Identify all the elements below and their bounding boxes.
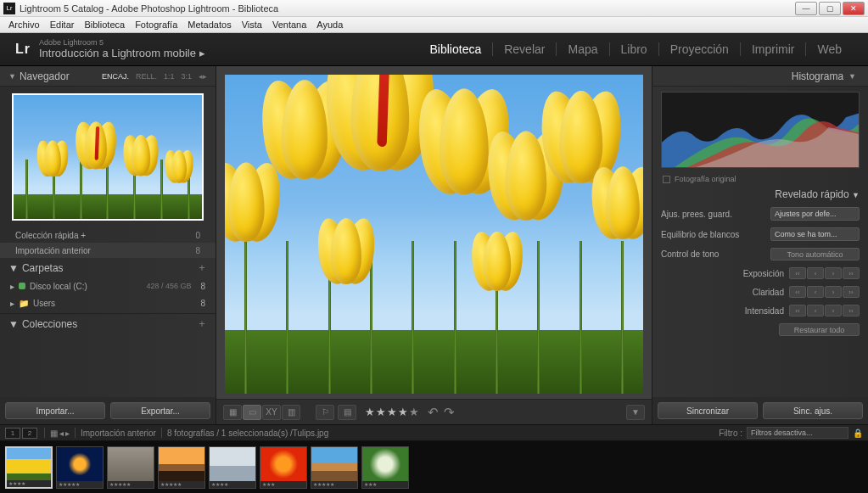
menu-metadatos[interactable]: Metadatos <box>182 20 236 30</box>
module-imprimir[interactable]: Imprimir <box>741 42 807 56</box>
nav-zoom-31[interactable]: 3:1 <box>181 72 192 81</box>
exposure-dec[interactable]: ‹ <box>807 267 824 279</box>
exposure-dec2[interactable]: ‹‹ <box>789 267 806 279</box>
survey-view-button[interactable]: ▥ <box>282 405 300 420</box>
clarity-dec2[interactable]: ‹‹ <box>789 286 806 298</box>
add-collection-icon[interactable]: ＋ <box>197 317 207 331</box>
histogram-display[interactable] <box>661 92 860 168</box>
wb-select[interactable]: Como se ha tom... <box>770 227 860 241</box>
vibrance-dec2[interactable]: ‹‹ <box>789 305 806 317</box>
add-folder-icon[interactable]: ＋ <box>197 261 207 275</box>
lr-logo: Lr <box>15 42 31 57</box>
filter-lock-icon[interactable]: 🔒 <box>853 429 863 438</box>
filmstrip-source[interactable]: Importación anterior <box>81 429 156 438</box>
import-button[interactable]: Importar... <box>5 402 105 419</box>
close-button[interactable]: ✕ <box>843 2 865 15</box>
minimize-button[interactable]: — <box>795 2 817 15</box>
vibrance-inc2[interactable]: ›› <box>843 305 860 317</box>
menu-ayuda[interactable]: Ayuda <box>311 20 348 30</box>
nav-zoom-ENCAJ[interactable]: ENCAJ. <box>102 72 129 81</box>
filmstrip[interactable]: ★★★★★★★★★★★★★★★★★★★★★★★★★★★★★★★★★★ <box>0 441 868 493</box>
folder-row[interactable]: ▸Disco local (C:)428 / 456 GB8 <box>0 277 216 294</box>
right-panel: Histograma ▼ Fotografía original Revelad… <box>652 66 868 424</box>
monitor-2-button[interactable]: 2 <box>22 428 37 439</box>
preset-select[interactable]: Ajustes por defe... <box>770 207 860 221</box>
filmstrip-thumbnail[interactable]: ★★★★ <box>5 446 53 489</box>
undo-icon[interactable]: ↶ <box>428 405 439 420</box>
module-mapa[interactable]: Mapa <box>557 42 609 56</box>
nav-zoom-RELL[interactable]: RELL. <box>136 72 157 81</box>
clarity-inc2[interactable]: ›› <box>843 286 860 298</box>
toolbar-menu-button[interactable]: ▼ <box>626 405 645 420</box>
menu-editar[interactable]: Editar <box>45 20 80 30</box>
original-checkbox[interactable] <box>663 176 670 183</box>
folders-header[interactable]: ▼ Carpetas ＋ <box>0 258 216 277</box>
identity-title[interactable]: Introducción a Lightroom mobile ▸ <box>39 48 205 59</box>
painter-tool[interactable]: ⚐ <box>316 405 334 420</box>
exposure-inc[interactable]: › <box>825 267 842 279</box>
exposure-inc2[interactable]: ›› <box>843 267 860 279</box>
filmstrip-thumbnail[interactable]: ★★★★ <box>209 446 256 489</box>
clarity-dec[interactable]: ‹ <box>807 286 824 298</box>
collections-header[interactable]: ▼ Colecciones ＋ <box>0 313 216 333</box>
app-icon: Lr <box>3 3 15 14</box>
menu-fotografía[interactable]: Fotografía <box>130 20 182 30</box>
menu-archivo[interactable]: Archivo <box>3 20 45 30</box>
back-icon[interactable]: ◂ <box>59 429 64 438</box>
folders-title: Carpetas <box>22 262 64 274</box>
filmstrip-thumbnail[interactable]: ★★★ <box>260 446 307 489</box>
center-area: ▦ ▭ XY ▥ ⚐ ▤ ★★★★★ ↶ ↷ ▼ <box>216 66 652 424</box>
sync-settings-button[interactable]: Sinc. ajus. <box>763 402 863 419</box>
collection-row[interactable]: Colección rápida +0 <box>0 227 216 243</box>
export-button[interactable]: Exportar... <box>110 402 210 419</box>
filmstrip-thumbnail[interactable]: ★★★★★ <box>158 446 205 489</box>
wb-label: Equilibrio de blancos <box>661 230 765 239</box>
navigator-header[interactable]: ▼ Navegador ENCAJ.RELL.1:13:1◂▸ <box>0 66 216 87</box>
preset-label: Ajus. prees. guard. <box>661 210 765 219</box>
nav-zoom-more[interactable]: ◂▸ <box>199 72 207 81</box>
loupe-view-button[interactable]: ▭ <box>243 405 261 420</box>
navigator-thumbnail[interactable] <box>12 93 204 221</box>
module-revelar[interactable]: Revelar <box>493 42 557 56</box>
module-biblioteca[interactable]: Biblioteca <box>419 42 494 56</box>
maximize-button[interactable]: ▢ <box>819 2 841 15</box>
collection-row[interactable]: Importación anterior8 <box>0 243 216 258</box>
module-header: Lr Adobe Lightroom 5 Introducción a Ligh… <box>0 33 868 66</box>
compare-view-button[interactable]: XY <box>262 405 281 420</box>
redo-icon[interactable]: ↷ <box>444 405 455 420</box>
histogram-title: Histograma <box>792 70 843 82</box>
filmstrip-thumbnail[interactable]: ★★★★★ <box>107 446 154 489</box>
clarity-inc[interactable]: › <box>825 286 842 298</box>
menu-biblioteca[interactable]: Biblioteca <box>79 20 130 30</box>
grid-icon[interactable]: ▦ <box>50 429 58 438</box>
auto-tone-button[interactable]: Tono automático <box>770 248 860 261</box>
histogram-header[interactable]: Histograma ▼ <box>652 66 868 87</box>
filmstrip-thumbnail[interactable]: ★★★ <box>361 446 409 489</box>
clarity-label: Claridad <box>753 288 784 297</box>
rating-stars[interactable]: ★★★★★ <box>365 406 419 418</box>
filmstrip-thumbnail[interactable]: ★★★★★ <box>311 446 358 489</box>
module-proyección[interactable]: Proyección <box>659 42 741 56</box>
filter-select[interactable]: Filtros desactiva... <box>747 427 848 439</box>
vibrance-dec[interactable]: ‹ <box>807 305 824 317</box>
filmstrip-thumbnail[interactable]: ★★★★★ <box>56 446 104 489</box>
main-photo[interactable] <box>225 75 643 394</box>
menu-vista[interactable]: Vista <box>237 20 267 30</box>
vibrance-label: Intensidad <box>745 306 784 316</box>
vibrance-inc[interactable]: › <box>825 305 842 317</box>
forward-icon[interactable]: ▸ <box>65 429 70 438</box>
sort-button[interactable]: ▤ <box>338 405 356 420</box>
sync-button[interactable]: Sincronizar <box>658 402 758 419</box>
nav-zoom-11[interactable]: 1:1 <box>164 72 175 81</box>
left-panel: ▼ Navegador ENCAJ.RELL.1:13:1◂▸ Colecció… <box>0 66 216 424</box>
grid-view-button[interactable]: ▦ <box>223 405 242 420</box>
reset-all-button[interactable]: Restaurar todo <box>779 323 860 336</box>
window-title: Lightroom 5 Catalog - Adobe Photoshop Li… <box>20 3 795 14</box>
folder-row[interactable]: ▸📁Users8 <box>0 294 216 311</box>
menu-ventana[interactable]: Ventana <box>267 20 311 30</box>
monitor-1-button[interactable]: 1 <box>5 428 20 439</box>
exposure-label: Exposición <box>743 269 784 278</box>
module-web[interactable]: Web <box>806 42 853 56</box>
module-libro[interactable]: Libro <box>610 42 659 56</box>
quick-develop-header[interactable]: Revelado rápido ▼ <box>652 185 868 204</box>
